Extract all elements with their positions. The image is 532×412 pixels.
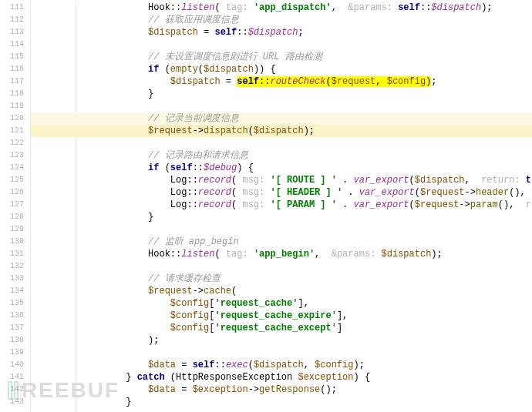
- code-line[interactable]: Log::record( msg: '[ PARAM ] ' . var_exp…: [31, 199, 532, 211]
- line-number: 129: [0, 223, 30, 236]
- code-token: (: [409, 199, 415, 210]
- code-line[interactable]: $config['request_cache'],: [31, 297, 532, 310]
- code-token: $dispatch: [170, 76, 221, 87]
- line-number: 123: [0, 149, 30, 162]
- code-token: 'request_cache_except': [214, 323, 336, 333]
- code-line[interactable]: [31, 100, 532, 112]
- code-line[interactable]: Log::record( msg: '[ HEADER ] ' . var_ex…: [31, 186, 532, 199]
- code-line[interactable]: // 未设置调度信息则进行 URL 路由检测: [31, 51, 532, 63]
- code-token: ::: [170, 2, 181, 13]
- code-token: (: [214, 249, 225, 260]
- code-line[interactable]: Hook::listen( tag: 'app_dispatch', &para…: [31, 2, 532, 14]
- code-line[interactable]: [31, 223, 532, 236]
- code-token: (: [231, 286, 237, 296]
- line-number: 139: [0, 347, 30, 359]
- code-token: $request: [148, 126, 193, 136]
- line-gutter: 1111121131141151161171181191201211221231…: [0, 0, 31, 412]
- code-token: ::: [170, 249, 181, 260]
- code-token: ();: [320, 384, 337, 395]
- code-token: .: [337, 199, 354, 210]
- code-token: ->: [193, 286, 204, 296]
- code-line[interactable]: $dispatch = self::$dispatch;: [31, 26, 532, 39]
- code-line[interactable]: // 获取应用调度信息: [31, 14, 532, 26]
- code-token: (: [159, 162, 170, 173]
- code-token: ,: [375, 76, 386, 87]
- code-token: =: [176, 384, 193, 395]
- line-number: 137: [0, 322, 30, 334]
- code-token: (: [198, 64, 204, 75]
- line-number: 138: [0, 334, 30, 347]
- code-token: $exception: [193, 384, 248, 395]
- code-token: $request: [148, 286, 193, 296]
- code-token: catch: [137, 372, 165, 383]
- line-number: 131: [0, 248, 30, 260]
- code-token: }: [148, 89, 153, 99]
- code-token: routeCheck: [270, 76, 325, 87]
- code-token: getResponse: [259, 384, 320, 395]
- code-token: var_export: [359, 187, 415, 198]
- code-token: $config: [170, 310, 209, 321]
- code-line[interactable]: Log::record( msg: '[ ROUTE ] ' . var_exp…: [31, 174, 532, 186]
- code-line[interactable]: $data = self::exec($dispatch, $config);: [31, 359, 532, 371]
- code-token: ,: [465, 175, 482, 186]
- code-line[interactable]: // 记录路由和请求信息: [31, 149, 532, 162]
- code-line[interactable]: }: [31, 396, 532, 408]
- line-number: 124: [0, 162, 30, 174]
- code-token: empty: [170, 64, 198, 75]
- code-token: (: [231, 187, 242, 198]
- code-token: 'request_cache_expire': [214, 310, 336, 321]
- code-line[interactable]: $dispatch = self::routeCheck($request, $…: [31, 75, 532, 88]
- code-token: ],: [337, 310, 348, 321]
- code-line[interactable]: // 记录当前调度信息: [31, 112, 532, 125]
- code-token: .: [337, 175, 354, 186]
- line-number: 116: [0, 63, 30, 75]
- line-number: 115: [0, 51, 30, 63]
- code-line[interactable]: $data = $exception->getResponse();: [31, 384, 532, 396]
- code-token: (: [248, 126, 254, 136]
- code-token: ;: [431, 76, 436, 87]
- code-line[interactable]: // 监听 app_begin: [31, 236, 532, 248]
- code-token: $data: [148, 360, 176, 370]
- line-number: 140: [0, 359, 30, 371]
- code-line[interactable]: if (empty($dispatch)) {: [31, 63, 532, 75]
- code-token: $dispatch: [248, 27, 298, 38]
- code-token: }: [148, 212, 153, 223]
- line-number: 141: [0, 371, 30, 384]
- code-token: (: [231, 199, 242, 210]
- code-line[interactable]: [31, 39, 532, 51]
- line-number: 125: [0, 174, 30, 186]
- code-line[interactable]: [31, 260, 532, 273]
- code-line[interactable]: [31, 137, 532, 149]
- code-token: Log: [170, 175, 187, 186]
- code-token: &params:: [332, 249, 382, 260]
- code-line[interactable]: // 请求缓存检查: [31, 273, 532, 285]
- line-number: 121: [0, 125, 30, 137]
- code-token: Log: [170, 199, 187, 210]
- code-line[interactable]: $request->cache(: [31, 285, 532, 297]
- line-number: 132: [0, 260, 30, 273]
- code-token: (HttpResponseException: [165, 372, 298, 383]
- code-line[interactable]: $config['request_cache_except']: [31, 322, 532, 334]
- code-token: dispatch: [204, 126, 248, 136]
- code-line[interactable]: [31, 347, 532, 359]
- code-token: Hook: [148, 249, 170, 260]
- code-token: $dispatch: [254, 126, 304, 136]
- code-line[interactable]: }: [31, 211, 532, 223]
- code-token: '[ ROUTE ] ': [270, 175, 336, 186]
- code-line[interactable]: } catch (HttpResponseException $exceptio…: [31, 371, 532, 384]
- code-line[interactable]: $request->dispatch($dispatch);: [31, 125, 532, 137]
- code-line[interactable]: }: [31, 88, 532, 100]
- code-editor[interactable]: 1111121131141151161171181191201211221231…: [0, 0, 532, 412]
- code-token: }: [126, 372, 136, 383]
- code-token: 'app_dispatch': [254, 2, 332, 13]
- code-line[interactable]: $config['request_cache_expire'],: [31, 310, 532, 322]
- line-number: 114: [0, 39, 30, 51]
- code-token: );: [148, 335, 159, 346]
- code-line[interactable]: );: [31, 334, 532, 347]
- code-token: Hook: [148, 2, 170, 13]
- code-line[interactable]: Hook::listen( tag: 'app_begin', &params:…: [31, 248, 532, 260]
- code-area[interactable]: Hook::listen( tag: 'app_dispatch', &para…: [31, 0, 532, 412]
- code-token: (: [214, 2, 225, 13]
- code-token: msg:: [242, 199, 270, 210]
- code-line[interactable]: if (self::$debug) {: [31, 162, 532, 174]
